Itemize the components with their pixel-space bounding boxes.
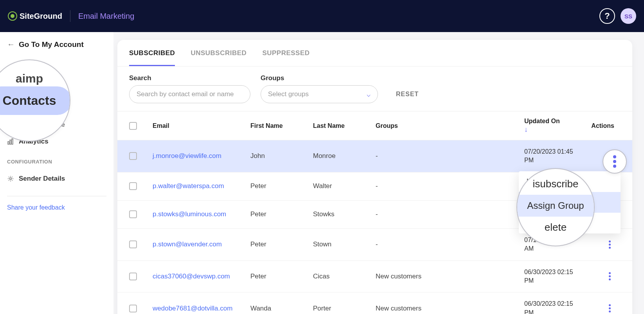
- contacts-card: SUBSCRIBED UNSUBSCRIBED SUPPRESSED Searc…: [117, 40, 632, 314]
- groups-cell: -: [376, 210, 524, 218]
- header-right: ? SS: [599, 8, 636, 24]
- groups-cell: New customers: [376, 273, 524, 280]
- app-name[interactable]: Email Marketing: [78, 12, 134, 21]
- svg-rect-2: [12, 139, 13, 144]
- groups-cell: -: [376, 240, 524, 248]
- dropdown-unsubscribe[interactable]: Unsubscribe: [519, 171, 621, 192]
- sidebar: ← Go To My Account PLATFORM aimp Contact…: [0, 32, 113, 314]
- main-content: SUBSCRIBED UNSUBSCRIBED SUPPRESSED Searc…: [113, 32, 644, 314]
- first-name-cell: Wanda: [250, 305, 313, 312]
- col-first-name: First Name: [250, 122, 313, 129]
- sidebar-item-sender-details[interactable]: Sender Details: [0, 169, 113, 188]
- filters-row: Search Groups Select groups ⌵ RESET: [117, 66, 632, 111]
- row-actions-dropdown: Unsubscribe Assign Group Delete: [519, 171, 621, 233]
- last-name-cell: Cicas: [313, 273, 376, 280]
- last-name-cell: Porter: [313, 305, 376, 312]
- email-link[interactable]: cicas37060@devswp.com: [153, 273, 250, 280]
- last-name-cell: Monroe: [313, 152, 376, 160]
- dropdown-assign-group[interactable]: Assign Group: [519, 192, 621, 213]
- sender-details-label: Sender Details: [19, 175, 65, 183]
- status-tabs: SUBSCRIBED UNSUBSCRIBED SUPPRESSED: [117, 40, 632, 66]
- sidebar-item-connect-wp[interactable]: Connect WP Site: [0, 117, 113, 132]
- svg-rect-1: [10, 140, 11, 144]
- analytics-label: Analytics: [19, 138, 49, 145]
- updated-cell: 07/20/2023 01:45 PM: [524, 147, 579, 165]
- table-row: p.stown@lavender.com Peter Stown - 07/13…: [117, 229, 632, 261]
- groups-label: Groups: [261, 74, 378, 82]
- tab-suppressed[interactable]: SUPPRESSED: [262, 40, 309, 66]
- select-all-checkbox[interactable]: [129, 122, 137, 130]
- first-name-cell: Peter: [250, 210, 313, 218]
- email-link[interactable]: p.stown@lavender.com: [153, 240, 250, 248]
- last-name-cell: Stowks: [313, 210, 376, 218]
- table-header: Email First Name Last Name Groups Update…: [117, 111, 632, 140]
- sidebar-item-analytics[interactable]: Analytics: [0, 132, 113, 151]
- col-last-name: Last Name: [313, 122, 376, 129]
- chevron-down-icon: ⌵: [367, 90, 371, 99]
- email-link[interactable]: p.walter@waterspa.com: [153, 182, 250, 190]
- updated-cell: 06/30/2023 02:15 PM: [524, 268, 579, 285]
- section-configuration: CONFIGURATION: [0, 159, 113, 165]
- updated-cell: 06/30/2023 02:15 PM: [524, 300, 579, 314]
- first-name-cell: John: [250, 152, 313, 160]
- email-link[interactable]: wedobe7681@dotvilla.com: [153, 305, 250, 312]
- groups-cell: New customers: [376, 305, 524, 312]
- search-filter: Search: [129, 74, 250, 103]
- search-input[interactable]: [129, 85, 250, 103]
- row-checkbox[interactable]: [129, 273, 137, 280]
- gear-icon: [7, 175, 14, 182]
- sort-arrow-icon: ↓: [524, 126, 579, 134]
- reset-button[interactable]: RESET: [396, 91, 419, 103]
- logo-icon: [8, 11, 17, 21]
- svg-point-3: [10, 178, 12, 180]
- section-platform: PLATFORM: [0, 65, 113, 70]
- table-row: wedobe7681@dotvilla.com Wanda Porter New…: [117, 292, 632, 314]
- table-row: j.monroe@viewlife.com John Monroe - 07/2…: [117, 140, 632, 172]
- first-name-cell: Peter: [250, 240, 313, 248]
- last-name-cell: Walter: [313, 182, 376, 190]
- search-label: Search: [129, 74, 250, 82]
- last-name-cell: Stown: [313, 240, 376, 248]
- svg-rect-0: [8, 142, 9, 144]
- row-checkbox[interactable]: [129, 152, 137, 160]
- arrow-left-icon: ←: [7, 40, 15, 49]
- row-actions-kebab[interactable]: [605, 304, 614, 312]
- col-updated-on[interactable]: Updated On ↓: [524, 118, 579, 134]
- tab-subscribed[interactable]: SUBSCRIBED: [129, 40, 175, 66]
- updated-cell: 07/13/2023 11:43 AM: [524, 236, 579, 253]
- back-label: Go To My Account: [19, 40, 84, 49]
- row-checkbox[interactable]: [129, 240, 137, 248]
- groups-filter: Groups Select groups ⌵: [261, 74, 378, 103]
- back-to-account[interactable]: ← Go To My Account: [0, 40, 113, 49]
- row-checkbox[interactable]: [129, 305, 137, 312]
- logo-text: SiteGround: [20, 12, 62, 21]
- tab-unsubscribed[interactable]: UNSUBSCRIBED: [191, 40, 246, 66]
- feedback-link[interactable]: Share your feedback: [0, 204, 113, 211]
- lens-partial-text: aimp: [16, 72, 43, 85]
- sidebar-divider: [7, 196, 106, 196]
- header-left: SiteGround Email Marketing: [8, 10, 134, 22]
- analytics-icon: [7, 138, 14, 145]
- col-groups: Groups: [376, 122, 524, 129]
- row-actions-kebab[interactable]: [605, 240, 614, 249]
- row-checkbox[interactable]: [129, 182, 137, 190]
- row-actions-kebab[interactable]: [605, 272, 614, 280]
- groups-placeholder: Select groups: [268, 90, 309, 98]
- row-checkbox[interactable]: [129, 210, 137, 218]
- col-email: Email: [153, 122, 250, 129]
- groups-cell: -: [376, 182, 524, 190]
- table-row: cicas37060@devswp.com Peter Cicas New cu…: [117, 261, 632, 293]
- first-name-cell: Peter: [250, 273, 313, 280]
- email-link[interactable]: j.monroe@viewlife.com: [153, 152, 250, 160]
- groups-cell: -: [376, 152, 524, 160]
- dropdown-delete[interactable]: Delete: [519, 213, 621, 233]
- logo[interactable]: SiteGround: [8, 11, 62, 21]
- avatar[interactable]: SS: [621, 8, 636, 24]
- col-actions: Actions: [579, 122, 614, 129]
- app-header: SiteGround Email Marketing ? SS: [0, 0, 644, 32]
- email-link[interactable]: p.stowks@luminous.com: [153, 210, 250, 218]
- first-name-cell: Peter: [250, 182, 313, 190]
- groups-select[interactable]: Select groups ⌵: [261, 85, 378, 103]
- header-divider: [70, 10, 70, 22]
- help-icon[interactable]: ?: [599, 8, 615, 24]
